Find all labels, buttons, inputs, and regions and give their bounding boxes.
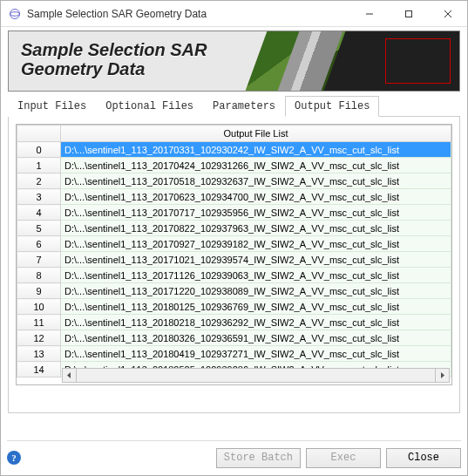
row-header[interactable]: 14 [17,362,61,377]
row-header[interactable]: 12 [17,330,61,346]
file-path-cell[interactable]: D:\...\sentinel1_113_20171126_102939063_… [61,268,451,283]
table-row[interactable]: 0D:\...\sentinel1_113_20170331_102930242… [17,142,451,158]
svg-point-1 [10,11,20,16]
file-path-cell[interactable]: D:\...\sentinel1_113_20180419_102937271_… [61,346,451,362]
table-row[interactable]: 3D:\...\sentinel1_113_20170623_102934700… [17,189,451,205]
row-header[interactable]: 13 [17,346,61,362]
row-header[interactable]: 1 [17,158,61,173]
file-path-cell[interactable]: D:\...\sentinel1_113_20171021_102939574_… [61,252,451,268]
file-path-cell[interactable]: D:\...\sentinel1_113_20180125_102936769_… [61,299,451,315]
tab-input-files[interactable]: Input Files [8,96,96,117]
row-header[interactable]: 5 [17,221,61,236]
file-path-cell[interactable]: D:\...\sentinel1_113_20180218_102936292_… [61,315,451,330]
file-path-cell[interactable]: D:\...\sentinel1_113_20170331_102930242_… [61,142,451,158]
scroll-left-button[interactable] [62,368,77,383]
table-row[interactable]: 11D:\...\sentinel1_113_20180218_10293629… [17,315,451,330]
bottom-button-bar: ? Store Batch Exec Close [7,445,461,471]
file-path-cell[interactable]: D:\...\sentinel1_113_20170518_102932637_… [61,173,451,189]
table-row[interactable]: 5D:\...\sentinel1_113_20170822_102937963… [17,221,451,236]
tab-output-files[interactable]: Output Files [285,96,379,117]
close-window-button[interactable] [428,1,467,26]
table-row[interactable]: 1D:\...\sentinel1_113_20170424_102931266… [17,158,451,173]
file-path-cell[interactable]: D:\...\sentinel1_113_20170424_102931266_… [61,158,451,173]
output-files-panel: Output File List 0D:\...\sentinel1_113_2… [8,117,460,413]
file-path-cell[interactable]: D:\...\sentinel1_113_20180326_102936591_… [61,330,451,346]
svg-point-0 [10,9,20,18]
output-file-table[interactable]: Output File List 0D:\...\sentinel1_113_2… [16,124,452,385]
help-icon[interactable]: ? [7,451,21,465]
table-row[interactable]: 6D:\...\sentinel1_113_20170927_102939182… [17,236,451,252]
table-row[interactable]: 9D:\...\sentinel1_113_20171220_102938089… [17,283,451,299]
divider [7,440,461,441]
row-header[interactable]: 8 [17,268,61,283]
row-header[interactable]: 10 [17,299,61,315]
table-row[interactable]: 12D:\...\sentinel1_113_20180326_10293659… [17,330,451,346]
banner-title: Sample Selection SAR Geometry Data [9,31,459,78]
row-header[interactable]: 6 [17,236,61,252]
row-header[interactable]: 4 [17,205,61,221]
banner-title-line2: Geometry Data [21,59,145,78]
scroll-track[interactable] [77,368,435,383]
file-path-cell[interactable]: D:\...\sentinel1_113_20170717_102935956_… [61,205,451,221]
tab-optional-files[interactable]: Optional Files [96,96,203,117]
exec-button[interactable]: Exec [306,448,381,468]
row-header[interactable]: 3 [17,189,61,205]
table-row[interactable]: 10D:\...\sentinel1_113_20180125_10293676… [17,299,451,315]
file-path-cell[interactable]: D:\...\sentinel1_113_20171220_102938089_… [61,283,451,299]
tab-bar: Input FilesOptional FilesParametersOutpu… [8,95,460,117]
horizontal-scrollbar[interactable] [62,368,450,383]
titlebar: Sample Selection SAR Geometry Data [1,1,467,27]
svg-rect-3 [405,10,411,17]
maximize-button[interactable] [389,1,428,26]
table-corner[interactable] [17,126,61,142]
tab-parameters[interactable]: Parameters [203,96,285,117]
row-header[interactable]: 2 [17,173,61,189]
banner: Sample Selection SAR Geometry Data [8,31,460,92]
store-batch-button[interactable]: Store Batch [216,448,301,468]
minimize-button[interactable] [349,1,389,26]
file-path-cell[interactable]: D:\...\sentinel1_113_20170822_102937963_… [61,221,451,236]
row-header[interactable]: 9 [17,283,61,299]
table-row[interactable]: 7D:\...\sentinel1_113_20171021_102939574… [17,252,451,268]
row-header[interactable]: 11 [17,315,61,330]
column-header-output-file-list[interactable]: Output File List [61,126,451,142]
window-title: Sample Selection SAR Geometry Data [27,8,349,20]
svg-marker-7 [441,372,444,378]
table-row[interactable]: 8D:\...\sentinel1_113_20171126_102939063… [17,268,451,283]
window-controls [349,1,467,26]
file-path-cell[interactable]: D:\...\sentinel1_113_20170927_102939182_… [61,236,451,252]
app-icon [8,7,22,21]
close-button[interactable]: Close [386,448,461,468]
scroll-right-button[interactable] [435,368,450,383]
file-path-cell[interactable]: D:\...\sentinel1_113_20170623_102934700_… [61,189,451,205]
row-header[interactable]: 7 [17,252,61,268]
table-row[interactable]: 2D:\...\sentinel1_113_20170518_102932637… [17,173,451,189]
svg-marker-6 [67,372,71,378]
table-row[interactable]: 4D:\...\sentinel1_113_20170717_102935956… [17,205,451,221]
row-header[interactable]: 0 [17,142,61,158]
banner-title-line1: Sample Selection SAR [21,40,207,59]
table-row[interactable]: 13D:\...\sentinel1_113_20180419_10293727… [17,346,451,362]
